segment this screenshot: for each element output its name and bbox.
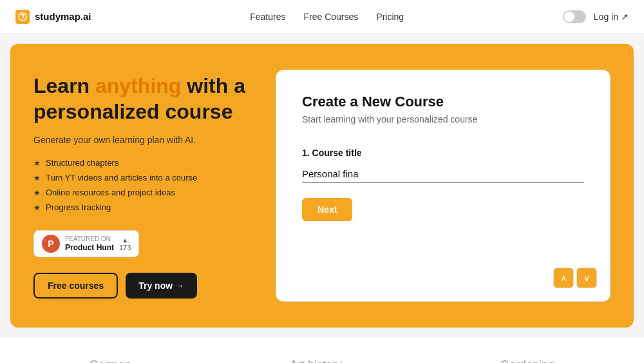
field-label: 1. Course title [302,148,584,158]
star-icon: ★ [33,188,41,197]
bottom-item-german: German [90,358,131,363]
card-title: Create a New Course [302,93,584,110]
navbar: studymap.ai Features Free Courses Pricin… [0,0,644,34]
nav-links: Features Free Courses Pricing [250,12,404,22]
logo[interactable]: studymap.ai [15,10,91,24]
nav-free-courses[interactable]: Free Courses [304,12,359,22]
nav-right: Log in ↗ [563,10,629,23]
title-prefix: Learn [33,74,95,97]
course-title-input[interactable] [302,166,584,182]
bottom-section: German Art history Gardening [0,338,644,363]
theme-toggle[interactable] [563,10,586,23]
course-card: Create a New Course Start learning with … [276,70,611,302]
login-button[interactable]: Log in ↗ [594,12,629,22]
hero-right: Create a New Course Start learning with … [276,70,611,302]
product-hunt-count: ▲ 173 [119,237,131,251]
hero-title: Learn anything with a personalized cours… [33,73,276,124]
hero-buttons: Free courses Try now → [33,273,276,299]
nav-pricing[interactable]: Pricing [376,12,404,22]
toggle-knob [564,12,574,22]
product-hunt-logo: P [42,235,60,253]
card-prev-button[interactable]: ∧ [553,268,574,288]
title-highlight: anything [95,74,181,97]
card-subtitle: Start learning with your personalized co… [302,114,584,124]
logo-text: studymap.ai [35,11,91,22]
list-item: ★Turn YT videos and articles into a cour… [33,173,276,182]
hero-left: Learn anything with a personalized cours… [33,73,276,299]
card-next-button[interactable]: ∨ [576,268,597,288]
bottom-item-art: Art history [290,358,342,363]
star-icon: ★ [33,173,41,182]
card-navigation: ∧ ∨ [553,268,597,288]
hero-section: Learn anything with a personalized cours… [10,44,634,328]
logo-icon [15,10,30,24]
login-icon: ↗ [621,12,629,22]
list-item: ★Online resources and project ideas [33,188,276,197]
arrow-up-icon: ▲ [122,237,128,244]
product-hunt-text: FEATURED ON Product Hunt [65,235,114,252]
bottom-item-gardening: Gardening [500,358,554,363]
list-item: ★Progress tracking [33,202,276,212]
try-now-button[interactable]: Try now → [126,273,197,299]
product-hunt-badge[interactable]: P FEATURED ON Product Hunt ▲ 173 [33,230,139,257]
chevron-down-icon: ∨ [583,273,590,283]
svg-point-0 [19,13,26,21]
star-icon: ★ [33,159,41,168]
next-button[interactable]: Next [302,198,352,221]
star-icon: ★ [33,203,41,212]
hero-list: ★Structured chapters ★Turn YT videos and… [33,158,276,212]
hero-subtitle: Generate your own learning plan with AI. [33,135,276,145]
list-item: ★Structured chapters [33,158,276,168]
chevron-up-icon: ∧ [560,273,567,283]
nav-features[interactable]: Features [250,12,285,22]
free-courses-button[interactable]: Free courses [33,273,118,299]
